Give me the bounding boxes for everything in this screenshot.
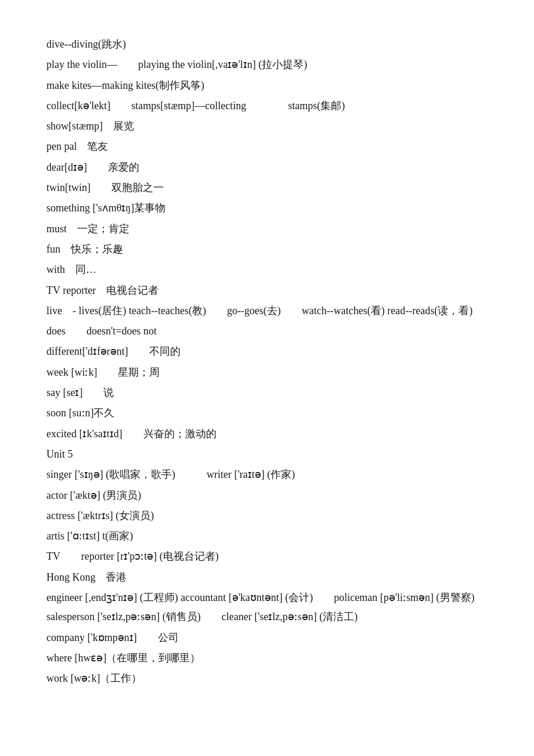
vocab-line: something ['sʌmθɪŋ]某事物 <box>46 199 488 218</box>
vocab-line: pen pal 笔友 <box>46 137 488 156</box>
vocab-line: say [seɪ] 说 <box>46 383 488 402</box>
vocab-line: live - lives(居住) teach--teaches(教) go--g… <box>46 301 488 321</box>
vocab-line: week [wiːk] 星期；周 <box>46 363 488 382</box>
vocab-line: play the violin— playing the violin[,vaɪ… <box>46 55 488 74</box>
vocab-line: Unit 5 <box>46 445 488 464</box>
vocab-line: company ['kɒmpənɪ] 公司 <box>46 628 488 647</box>
vocab-line: singer ['sɪŋə] (歌唱家，歌手) writer ['raɪtə] … <box>46 465 488 484</box>
vocab-line: TV reporter 电视台记者 <box>46 281 488 300</box>
vocab-line: engineer [,endʒɪ'nɪə] (工程师) accountant [… <box>46 588 488 627</box>
vocab-line: actress ['æktrɪs] (女演员) <box>46 506 488 525</box>
vocab-line: does doesn't=does not <box>46 322 488 341</box>
vocab-line: dear[dɪə] 亲爱的 <box>46 158 488 177</box>
vocab-line: must 一定；肯定 <box>46 219 488 239</box>
vocab-line: TV reporter [rɪ'pɔːtə] (电视台记者) <box>46 547 488 566</box>
vocab-line: fun 快乐；乐趣 <box>46 240 488 259</box>
vocab-line: Hong Kong 香港 <box>46 568 488 587</box>
vocab-line: actor ['æktə] (男演员) <box>46 486 488 505</box>
vocab-line: dive--diving(跳水) <box>46 35 488 54</box>
vocab-line: excited [ɪk'saɪtɪd] 兴奋的；激动的 <box>46 424 488 444</box>
vocab-line: twin[twin] 双胞胎之一 <box>46 178 488 197</box>
vocab-line: work [wəːk]（工作） <box>46 669 488 688</box>
vocab-line: different['dɪfərənt] 不同的 <box>46 342 488 361</box>
vocab-line: collect[kə'lekt] stamps[stæmp]—collectin… <box>46 96 488 116</box>
vocab-line: with 同… <box>46 260 488 279</box>
vocab-line: make kites—making kites(制作风筝) <box>46 76 488 95</box>
vocab-line: show[stæmp] 展览 <box>46 117 488 136</box>
vocab-line: soon [suːn]不久 <box>46 404 488 423</box>
vocab-line: artis ['ɑːtɪst] t(画家) <box>46 527 488 546</box>
vocabulary-content: dive--diving(跳水)play the violin— playing… <box>46 35 488 689</box>
vocab-line: where [hwɛə]（在哪里，到哪里） <box>46 649 488 668</box>
